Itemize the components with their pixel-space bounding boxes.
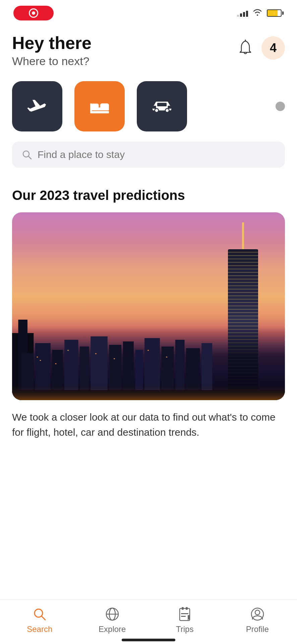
svg-rect-52 [181, 616, 186, 617]
bed-icon [88, 95, 111, 118]
search-nav-label: Search [27, 625, 52, 634]
scroll-indicator [276, 102, 285, 111]
nav-profile[interactable]: Profile [241, 606, 274, 634]
predictions-description: We took a closer look at our data to fin… [12, 400, 285, 450]
search-icon [21, 149, 32, 160]
svg-point-9 [155, 109, 158, 112]
svg-line-16 [28, 156, 31, 159]
svg-point-54 [255, 610, 260, 615]
svg-rect-13 [153, 106, 156, 109]
predictions-section: Our 2023 travel predictions [0, 178, 297, 450]
profile-nav-icon [250, 606, 265, 622]
svg-rect-49 [182, 607, 184, 610]
svg-rect-2 [90, 111, 109, 113]
nav-trips[interactable]: Trips [168, 606, 201, 634]
wifi-icon [253, 8, 262, 18]
hotels-button[interactable] [74, 81, 125, 131]
signal-icon [237, 9, 248, 17]
subtitle-text: Where to next? [12, 55, 92, 68]
status-icons: ⚡ [237, 8, 284, 18]
nav-explore[interactable]: Explore [96, 606, 129, 634]
svg-rect-38 [114, 358, 115, 359]
svg-rect-14 [168, 106, 172, 109]
nav-search[interactable]: Search [23, 606, 56, 634]
category-row [0, 74, 297, 138]
predictions-image [12, 212, 285, 400]
greeting-text: Hey there [12, 34, 92, 53]
svg-rect-50 [186, 607, 188, 610]
svg-rect-35 [55, 363, 57, 364]
header-actions: 4 [236, 36, 285, 60]
status-bar: ⚡ [0, 0, 297, 23]
explore-nav-label: Explore [99, 625, 126, 634]
greeting-section: Hey there Where to next? [12, 34, 92, 68]
svg-line-44 [42, 616, 45, 620]
battery-icon: ⚡ [267, 9, 284, 17]
svg-rect-4 [100, 103, 109, 109]
search-bar[interactable] [12, 142, 285, 168]
svg-rect-12 [157, 103, 167, 107]
svg-rect-33 [37, 357, 38, 358]
svg-rect-42 [12, 383, 285, 400]
flights-button[interactable] [12, 81, 62, 131]
predictions-title: Our 2023 travel predictions [12, 188, 285, 203]
svg-rect-51 [181, 613, 188, 614]
explore-nav-icon [105, 606, 120, 622]
notification-count-badge[interactable]: 4 [261, 36, 285, 60]
plane-icon [25, 95, 49, 118]
notification-bell-button[interactable] [236, 38, 255, 59]
svg-rect-39 [147, 350, 149, 351]
svg-rect-36 [67, 350, 69, 351]
search-container [0, 138, 297, 178]
search-nav-icon [32, 606, 47, 622]
trips-nav-label: Trips [176, 625, 193, 634]
app-logo [13, 6, 54, 20]
home-indicator [122, 639, 175, 641]
profile-nav-label: Profile [246, 625, 269, 634]
cars-button[interactable] [137, 81, 187, 131]
svg-point-11 [166, 109, 169, 112]
car-icon [150, 95, 174, 118]
skyline-svg [12, 306, 285, 400]
svg-rect-6 [92, 104, 99, 109]
svg-rect-40 [166, 357, 167, 358]
svg-rect-37 [95, 353, 97, 354]
header: Hey there Where to next? 4 [0, 23, 297, 74]
bottom-nav: Search Explore Trips Profile [0, 599, 297, 644]
trips-nav-icon [177, 606, 192, 622]
svg-rect-34 [40, 360, 41, 361]
search-input[interactable] [38, 149, 276, 160]
